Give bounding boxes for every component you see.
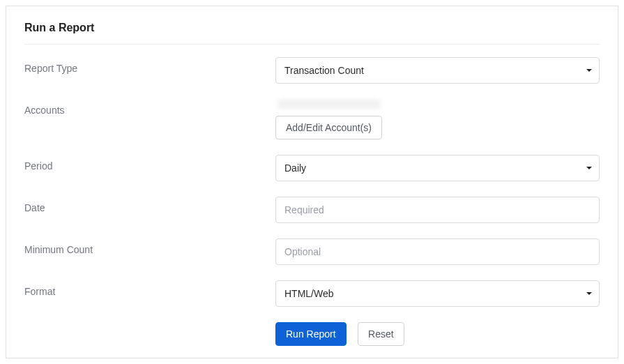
report-type-select[interactable]: Transaction Count — [275, 57, 600, 84]
actions: Run Report Reset — [275, 322, 600, 346]
add-edit-accounts-button[interactable]: Add/Edit Account(s) — [275, 116, 382, 139]
field-minimum-count — [275, 238, 600, 265]
field-report-type: Transaction Count — [275, 57, 600, 84]
label-minimum-count: Minimum Count — [24, 238, 275, 255]
label-format: Format — [24, 280, 275, 297]
field-date — [275, 197, 600, 223]
field-period: Daily — [275, 155, 600, 181]
row-accounts: Accounts Add/Edit Account(s) — [24, 99, 600, 139]
row-report-type: Report Type Transaction Count — [24, 57, 600, 84]
format-select[interactable]: HTML/Web — [275, 280, 600, 307]
reset-button[interactable]: Reset — [358, 322, 404, 346]
accounts-redacted-text — [277, 99, 381, 109]
row-actions: Run Report Reset — [24, 322, 600, 346]
label-accounts: Accounts — [24, 99, 275, 116]
minimum-count-input[interactable] — [275, 238, 600, 265]
field-format: HTML/Web — [275, 280, 600, 307]
period-select-wrap: Daily — [275, 155, 600, 181]
period-select[interactable]: Daily — [275, 155, 600, 181]
row-period: Period Daily — [24, 155, 600, 181]
panel-title: Run a Report — [24, 22, 600, 34]
row-format: Format HTML/Web — [24, 280, 600, 307]
run-report-button[interactable]: Run Report — [275, 322, 347, 346]
run-report-panel: Run a Report Report Type Transaction Cou… — [6, 6, 618, 358]
row-minimum-count: Minimum Count — [24, 238, 600, 265]
field-accounts: Add/Edit Account(s) — [275, 99, 600, 139]
date-input[interactable] — [275, 197, 600, 223]
row-date: Date — [24, 197, 600, 223]
report-type-select-wrap: Transaction Count — [275, 57, 600, 84]
format-select-wrap: HTML/Web — [275, 280, 600, 307]
label-date: Date — [24, 197, 275, 213]
label-period: Period — [24, 155, 275, 172]
label-report-type: Report Type — [24, 57, 275, 74]
divider — [24, 44, 600, 45]
